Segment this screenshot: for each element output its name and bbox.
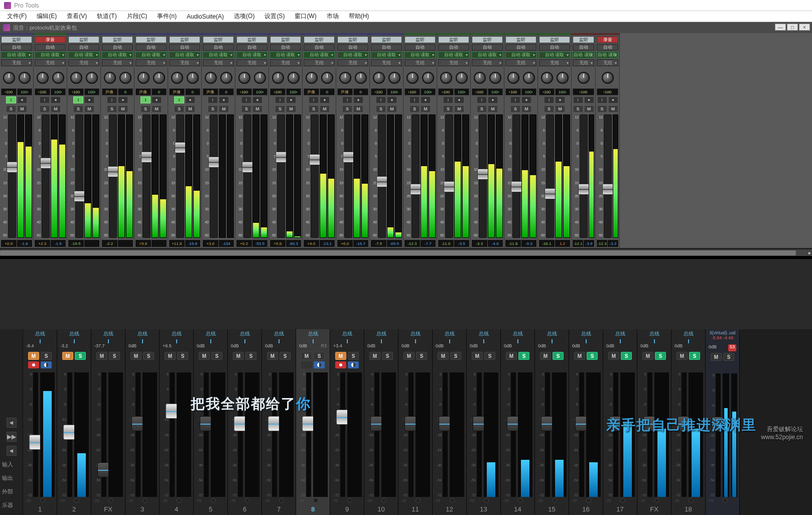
pan-indicator[interactable] [364,337,398,343]
pan-knob-icon[interactable] [416,498,421,503]
pan-indicator[interactable] [398,337,432,343]
input-monitor-button[interactable]: I [275,96,285,103]
pan-indicator[interactable] [603,337,637,343]
solo-button[interactable]: S [484,352,495,360]
channel-number[interactable]: 4 [160,504,193,515]
pan-knob-right[interactable] [153,72,165,84]
mute-button[interactable]: M [118,105,128,112]
menu-item[interactable]: 窗口(W) [290,12,321,21]
solo-button[interactable]: S [410,105,420,112]
pan-knob-left[interactable] [373,72,385,84]
pan-knob-right[interactable] [19,72,31,84]
mute-button[interactable]: M [574,352,585,360]
fader-track[interactable] [311,114,319,238]
pan-indicator[interactable] [91,337,125,343]
mute-button[interactable]: M [555,105,565,112]
record-arm-button[interactable]: ● [118,96,128,103]
automation-mode-button[interactable]: 自动 读取 [270,52,301,58]
monitor-button[interactable]: 监听 [169,36,200,43]
record-arm-button[interactable]: ● [521,96,531,103]
automation-mode-button[interactable]: 自动 读取 [573,52,594,58]
nav-prev-icon[interactable]: ◄ [7,418,17,428]
monitor-button[interactable]: 监听 [404,36,436,43]
pan-indicator[interactable] [228,337,261,343]
solo-button[interactable]: S [241,105,251,112]
fader-track[interactable] [42,114,50,238]
group-selector[interactable]: 无组 [270,59,301,66]
pan-knob-left[interactable] [171,72,183,84]
pan-indicator[interactable] [125,337,159,343]
pan-indicator[interactable] [262,337,296,343]
channel-number[interactable]: FX [637,504,671,515]
bus-label[interactable]: 总线 [194,330,227,337]
pan-knob-icon[interactable] [143,498,148,503]
menu-item[interactable]: 事件(n) [152,12,182,21]
channel-number[interactable]: 18 [671,504,705,515]
automation-mode-button[interactable]: 自动 读取 [505,52,536,58]
fader-track[interactable] [580,114,588,238]
group-selector[interactable]: 无组 [136,59,167,66]
mute-button[interactable]: M [403,352,415,360]
fader-track[interactable] [512,114,520,238]
pan-indicator[interactable] [671,337,705,343]
monitor-button[interactable]: 监听 [505,36,536,43]
pan-indicator[interactable] [160,337,193,343]
channel-number[interactable]: 9 [330,504,364,515]
fader-track[interactable] [613,372,618,497]
bus-label[interactable]: 总线 [57,330,91,337]
pan-knob-icon[interactable] [177,498,182,503]
bus-label[interactable]: 总线 [91,330,125,337]
mute-button[interactable]: M [17,105,27,112]
automation-mode-button[interactable]: 自动 读取 [404,52,436,58]
monitor-button[interactable]: 监听 [337,36,368,43]
maximize-button[interactable]: □ [787,24,798,31]
fader-track[interactable] [67,372,72,497]
pan-knob-right[interactable] [422,72,434,84]
record-button[interactable] [335,361,346,368]
bus-label[interactable]: 总线 [535,330,569,337]
solo-button[interactable]: S [510,105,520,112]
bus-label[interactable]: 总线 [262,330,296,337]
pan-knob-left[interactable] [238,72,250,84]
mute-button[interactable]: M [540,352,551,360]
solo-button[interactable]: S [6,105,16,112]
record-arm-button[interactable]: ● [555,96,565,103]
automation-mode-button[interactable]: 自动 读取 [597,52,618,58]
pan-indicator[interactable] [194,337,227,343]
pan-knob-icon[interactable] [313,498,318,503]
pan-indicator[interactable] [296,337,330,343]
close-button[interactable]: × [799,24,810,31]
pan-knob-left[interactable] [507,72,519,84]
menu-item[interactable]: 帮助(H) [344,12,374,21]
bus-label[interactable]: 总线 [364,330,398,337]
mute-button[interactable]: M [421,105,431,112]
nav-play-icon[interactable]: ▶▶ [7,432,17,442]
fader-track[interactable] [409,372,414,497]
fader-track[interactable] [477,372,482,497]
input-monitor-button[interactable]: I [107,96,117,103]
monitor-button[interactable]: 监听 [270,36,301,43]
solo-button[interactable]: S [450,352,461,360]
channel-number[interactable]: 17 [603,504,637,515]
pan-indicator[interactable] [57,337,91,343]
mute-button[interactable]: M [301,352,312,360]
record-arm-button[interactable]: ● [320,96,330,103]
pan-knob-left[interactable] [339,72,351,84]
pan-knob-right[interactable] [388,72,400,84]
input-monitor-button[interactable]: I [309,96,319,103]
group-selector[interactable]: 无组 [539,59,570,66]
record-arm-button[interactable]: ● [608,96,618,103]
mute-button[interactable]: M [130,352,142,360]
pan-knob-right[interactable] [254,72,266,84]
solo-button[interactable]: S [208,105,218,112]
pan-knob-left[interactable] [578,72,590,84]
pan-knob-icon[interactable] [347,498,352,503]
mute-button[interactable]: M [165,352,176,360]
mute-button[interactable]: M [62,352,73,360]
record-arm-button[interactable]: ● [584,96,594,103]
pan-knob-left[interactable] [3,72,15,84]
automation-mode-button[interactable]: 自动 读取 [203,52,234,58]
automation-mode-button[interactable]: 自动 读取 [68,52,99,58]
horizontal-scrollbar[interactable]: ▸ [0,249,812,256]
solo-button[interactable]: S [348,352,359,360]
